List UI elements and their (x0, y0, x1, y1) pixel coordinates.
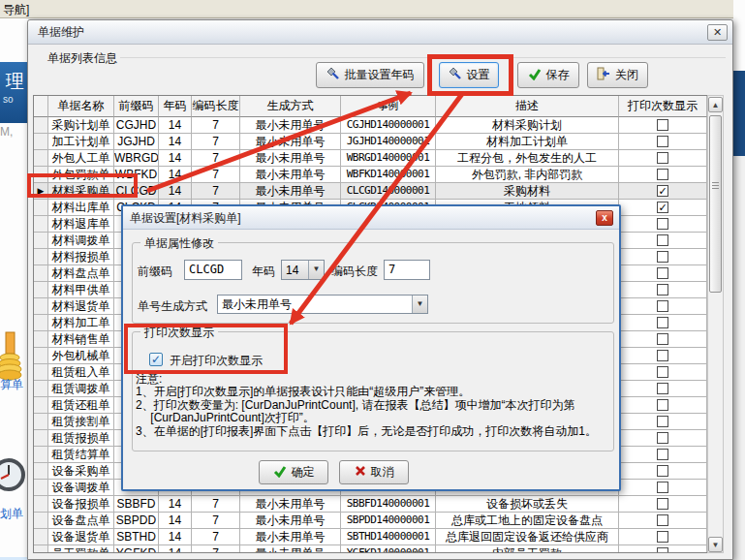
row-print-count-checkbox[interactable] (657, 317, 668, 328)
table-cell[interactable]: 总库或工地上的固定设备盘点 (436, 513, 619, 529)
table-cell[interactable]: 设备损坏或丢失 (436, 496, 619, 513)
table-cell[interactable]: 7 (192, 117, 240, 134)
table-cell[interactable]: 14 (159, 134, 192, 150)
row-marker-cell[interactable] (34, 298, 48, 315)
table-cell[interactable]: 内部员工罚款 (436, 545, 619, 553)
row-marker-cell[interactable] (34, 496, 48, 513)
table-cell[interactable]: SBTHD140000001 (341, 529, 436, 545)
row-print-count-checkbox[interactable] (657, 547, 668, 553)
save-button[interactable]: 保存 (517, 62, 579, 88)
table-row[interactable]: 设备盘点单SBPDD147最小未用单号SBPDD140000001总库或工地上的… (34, 513, 707, 529)
table-cell[interactable]: 采购材料 (436, 183, 619, 200)
prefix-input[interactable]: CLCGD (184, 260, 242, 280)
table-cell[interactable]: 14 (159, 167, 192, 183)
row-print-count-checkbox[interactable] (657, 514, 668, 526)
column-header[interactable]: 单据名称 (48, 96, 114, 117)
clock-icon[interactable] (0, 448, 27, 506)
table-row[interactable]: 员工罚款单YGFKD147最小未用单号YGFKD140000001内部员工罚款 (34, 545, 707, 553)
table-cell[interactable]: 7 (192, 167, 240, 183)
row-marker-cell[interactable] (34, 463, 48, 480)
table-cell[interactable]: 租赁接割单 (48, 414, 114, 430)
row-marker-cell[interactable] (34, 381, 48, 397)
table-cell[interactable]: 最小未用单号 (240, 529, 341, 545)
table-row[interactable]: ▶材料采购单CLCGD147最小未用单号CLCGD140000001采购材料 (34, 183, 707, 200)
table-cell[interactable]: 最小未用单号 (240, 496, 341, 513)
table-cell[interactable]: 14 (159, 513, 192, 529)
row-print-count-checkbox[interactable] (657, 284, 668, 296)
table-cell[interactable]: 材料退货单 (48, 298, 114, 315)
table-cell[interactable]: 设备调拨单 (48, 480, 114, 496)
table-cell[interactable]: 采购计划单 (48, 117, 114, 134)
row-print-count-checkbox[interactable] (657, 300, 668, 312)
row-marker-cell[interactable] (34, 447, 48, 463)
row-marker-cell[interactable] (34, 414, 48, 430)
table-cell[interactable]: 加工计划单 (48, 134, 114, 150)
column-header[interactable]: 前缀码 (114, 96, 159, 117)
table-cell[interactable]: JGJHD (114, 134, 159, 150)
table-row[interactable]: 外包人工单WBRGD147最小未用单号WBRGD140000001工程分包，外包… (34, 150, 707, 167)
table-cell[interactable]: 材料甲供单 (48, 282, 114, 298)
table-cell[interactable]: 14 (159, 529, 192, 545)
scrollbar-thumb[interactable] (709, 115, 722, 293)
table-cell[interactable]: WBFKD (114, 167, 159, 183)
row-print-count-checkbox[interactable] (657, 383, 668, 394)
sidebar-item-label[interactable]: 划单 (0, 506, 27, 522)
table-cell[interactable]: YGFKD (114, 545, 159, 553)
dialog-title-bar[interactable]: 单据设置[材料采购单] (123, 206, 619, 230)
row-marker-cell[interactable] (34, 233, 48, 249)
vertical-scrollbar[interactable]: ▲ ▼ (707, 95, 724, 553)
table-cell[interactable]: 最小未用单号 (240, 545, 341, 553)
row-marker-cell[interactable] (34, 216, 48, 233)
row-print-count-checkbox[interactable] (657, 449, 668, 460)
table-cell[interactable]: 租赁报损单 (48, 430, 114, 447)
row-marker-cell[interactable] (34, 513, 48, 529)
table-cell[interactable]: YGFKD140000001 (341, 545, 436, 553)
table-cell[interactable]: CLCGD140000001 (341, 183, 436, 200)
row-marker-cell[interactable] (34, 282, 48, 298)
table-cell[interactable]: WBFKD140000001 (341, 167, 436, 183)
table-cell[interactable]: 员工罚款单 (48, 545, 114, 553)
row-marker-cell[interactable] (34, 249, 48, 265)
table-cell[interactable]: CGJHD (114, 117, 159, 134)
table-cell[interactable]: 材料调拨单 (48, 233, 114, 249)
table-cell[interactable]: 最小未用单号 (240, 167, 341, 183)
table-cell[interactable]: 设备退货单 (48, 529, 114, 545)
row-print-count-checkbox[interactable] (657, 152, 668, 164)
table-cell[interactable]: 外包罚款, 非内部罚款 (436, 167, 619, 183)
column-header[interactable]: 打印次数显示 (619, 96, 707, 117)
row-print-count-checkbox[interactable] (657, 218, 668, 230)
window-title-bar[interactable]: 单据维护 (28, 20, 732, 45)
table-cell[interactable]: 材料采购计划 (436, 117, 619, 134)
table-row[interactable]: 采购计划单CGJHD147最小未用单号CGJHD140000001材料采购计划 (34, 117, 707, 134)
row-print-count-checkbox[interactable] (657, 251, 668, 263)
table-row[interactable]: 加工计划单JGJHD147最小未用单号JGJHD140000001材料加工计划单 (34, 134, 707, 150)
code-length-input[interactable]: 7 (384, 260, 430, 280)
table-cell[interactable]: 工程分包，外包发生的人工 (436, 150, 619, 167)
cancel-button[interactable]: 取消 (339, 460, 409, 484)
table-cell[interactable]: 外包机械单 (48, 348, 114, 364)
row-print-count-checkbox[interactable] (657, 432, 668, 444)
table-cell[interactable]: 最小未用单号 (240, 117, 341, 134)
table-cell[interactable]: 14 (159, 545, 192, 553)
row-marker-cell[interactable] (34, 480, 48, 496)
table-cell[interactable]: 材料退库单 (48, 216, 114, 233)
row-print-count-checkbox[interactable] (657, 136, 668, 147)
column-header[interactable] (34, 96, 48, 117)
table-cell[interactable]: 设备报损单 (48, 496, 114, 513)
table-cell[interactable]: 14 (159, 117, 192, 134)
row-print-count-checkbox[interactable] (657, 234, 668, 246)
table-cell[interactable]: 材料出库单 (48, 200, 114, 216)
table-cell[interactable]: 材料加工单 (48, 315, 114, 331)
row-marker-cell[interactable] (34, 364, 48, 381)
table-cell[interactable]: 7 (192, 545, 240, 553)
table-cell[interactable]: 7 (192, 496, 240, 513)
table-cell[interactable]: 租赁租入单 (48, 364, 114, 381)
table-cell[interactable]: 租赁还租单 (48, 397, 114, 414)
table-cell[interactable]: 材料加工计划单 (436, 134, 619, 150)
table-cell[interactable]: 材料报损单 (48, 249, 114, 265)
table-cell[interactable]: 最小未用单号 (240, 134, 341, 150)
row-marker-cell[interactable] (34, 529, 48, 545)
row-marker-cell[interactable] (34, 117, 48, 134)
table-cell[interactable]: 材料盘点单 (48, 265, 114, 282)
table-cell[interactable]: 租赁调拨单 (48, 381, 114, 397)
